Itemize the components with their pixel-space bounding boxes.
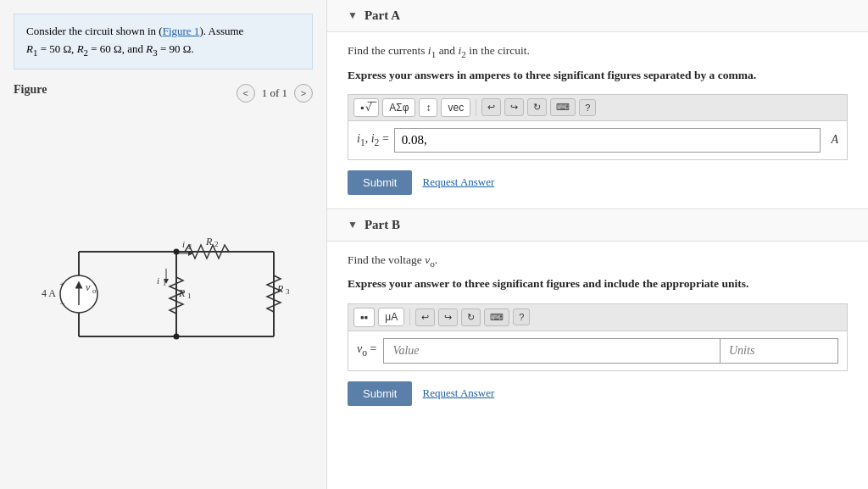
- micro-button[interactable]: μA: [378, 308, 404, 326]
- part-a-collapse-arrow[interactable]: ▼: [348, 9, 358, 22]
- part-a-toolbar: ▪ √͞ ΑΣφ ↕ vec ↩ ↪ ↻ ⌨ ?: [348, 94, 848, 120]
- part-b-title: Part B: [364, 218, 400, 232]
- part-b-undo-button[interactable]: ↩: [415, 308, 435, 326]
- toolbar-divider-b: [409, 308, 410, 325]
- part-b-redo-button[interactable]: ↪: [438, 308, 458, 326]
- grid-icon-b: ▪▪: [360, 311, 368, 324]
- svg-text:+: +: [59, 279, 64, 289]
- part-a-answer-label: i1, i2 =: [357, 132, 389, 148]
- undo-button[interactable]: ↩: [481, 98, 501, 116]
- svg-text:2: 2: [214, 240, 219, 248]
- part-b-section: ▼ Part B Find the voltage vo. Express yo…: [327, 209, 868, 420]
- svg-text:1: 1: [163, 280, 166, 287]
- svg-point-25: [173, 334, 179, 340]
- part-a-submit-button[interactable]: Submit: [348, 170, 412, 195]
- part-b-instruction-bold: Express your answer to three significant…: [348, 275, 848, 292]
- refresh-button[interactable]: ↻: [527, 98, 547, 116]
- svg-text:R: R: [205, 236, 213, 247]
- problem-suffix: ). Assume: [199, 25, 243, 37]
- part-b-request-link[interactable]: Request Answer: [422, 386, 494, 400]
- svg-point-24: [173, 249, 179, 255]
- figure-nav-controls: < 1 of 1 >: [236, 84, 313, 103]
- part-a-unit: A: [826, 133, 838, 147]
- left-panel: Consider the circuit shown in (Figure 1)…: [0, 0, 326, 489]
- figure-nav-count: 1 of 1: [262, 86, 287, 100]
- figure-label: Figure: [14, 83, 47, 97]
- sqrt-button[interactable]: ▪ √͞: [353, 98, 379, 117]
- svg-text:v: v: [86, 281, 91, 293]
- part-b-submit-button[interactable]: Submit: [348, 381, 412, 406]
- part-b-help-button[interactable]: ?: [513, 308, 530, 325]
- svg-text:2: 2: [188, 243, 192, 251]
- part-a-request-link[interactable]: Request Answer: [422, 175, 494, 189]
- part-a-section: ▼ Part A Find the currents i1 and i2 in …: [327, 0, 868, 208]
- part-a-title: Part A: [364, 8, 400, 23]
- part-a-action-row: Submit Request Answer: [348, 170, 848, 195]
- part-b-value-input[interactable]: [383, 338, 720, 364]
- vec-button[interactable]: vec: [441, 98, 470, 117]
- problem-prefix: Consider the circuit shown in (: [26, 25, 163, 37]
- keyboard-button[interactable]: ⌨: [550, 98, 576, 116]
- part-a-answer-input[interactable]: [394, 128, 821, 153]
- part-a-header: ▼ Part A: [327, 0, 868, 32]
- svg-text:3: 3: [286, 287, 290, 296]
- part-a-instruction: Find the currents i1 and i2 in the circu…: [348, 42, 848, 62]
- svg-text:1: 1: [187, 292, 192, 300]
- problem-equations: R1 = 50 Ω, R2 = 60 Ω, and R3 = 90 Ω.: [26, 42, 194, 55]
- redo-button[interactable]: ↪: [504, 98, 524, 116]
- help-button[interactable]: ?: [579, 99, 596, 116]
- svg-text:−: −: [59, 298, 64, 308]
- part-b-answer-label: vo =: [357, 342, 376, 358]
- arrows-button[interactable]: ↕: [419, 98, 437, 117]
- part-b-units-input[interactable]: [720, 338, 838, 364]
- figure-link[interactable]: Figure 1: [163, 25, 200, 37]
- part-b-header: ▼ Part B: [327, 209, 868, 242]
- figure-nav: Figure < 1 of 1 >: [14, 83, 313, 103]
- problem-statement: Consider the circuit shown in (Figure 1)…: [14, 14, 313, 69]
- part-b-answer-box: vo =: [348, 331, 848, 371]
- grid-icon: ▪: [360, 102, 364, 114]
- part-b-keyboard-button[interactable]: ⌨: [484, 308, 509, 326]
- circuit-svg: + − 4 A v o R 2 i: [28, 218, 299, 370]
- svg-text:i: i: [157, 275, 159, 286]
- toolbar-divider-1: [476, 99, 476, 116]
- sigma-button[interactable]: ΑΣφ: [382, 98, 415, 117]
- part-b-instruction: Find the voltage vo.: [348, 252, 848, 271]
- arrows-icon: ↕: [426, 102, 431, 114]
- part-b-grid-button[interactable]: ▪▪: [353, 308, 375, 327]
- part-a-instruction-bold: Express your answers in amperes to three…: [348, 67, 848, 84]
- right-panel: ▼ Part A Find the currents i1 and i2 in …: [326, 0, 868, 489]
- part-b-collapse-arrow[interactable]: ▼: [348, 219, 358, 231]
- part-a-answer-row: i1, i2 = A: [348, 121, 847, 159]
- part-a-answer-box: i1, i2 = A: [348, 120, 848, 160]
- part-b-answer-row: vo =: [348, 331, 847, 370]
- circuit-diagram: + − 4 A v o R 2 i: [14, 114, 313, 475]
- svg-text:i: i: [182, 239, 185, 249]
- sqrt-icon: √͞: [365, 102, 372, 114]
- part-b-action-row: Submit Request Answer: [348, 381, 848, 406]
- figure-next-button[interactable]: >: [294, 84, 313, 103]
- part-b-toolbar: ▪▪ μA ↩ ↪ ↻ ⌨ ?: [348, 303, 848, 331]
- figure-prev-button[interactable]: <: [236, 84, 255, 103]
- part-b-refresh-button[interactable]: ↻: [461, 308, 481, 326]
- svg-text:4 A: 4 A: [42, 287, 56, 299]
- svg-text:o: o: [92, 286, 97, 295]
